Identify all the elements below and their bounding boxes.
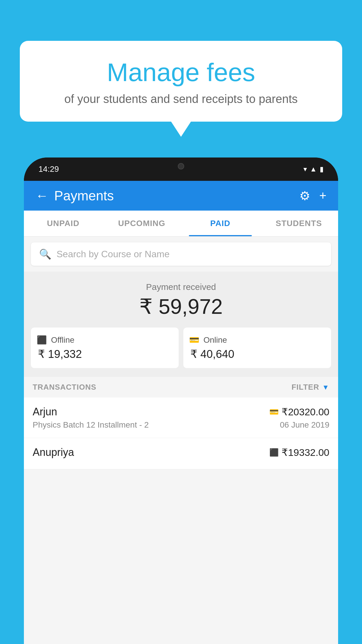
page-title: Payments [54, 188, 114, 204]
app-header: ← Payments ⚙ + [24, 181, 338, 211]
search-icon: 🔍 [39, 248, 51, 260]
transaction-name-1: Arjun [33, 406, 57, 418]
search-input[interactable]: Search by Course or Name [57, 249, 170, 260]
tab-upcoming[interactable]: UPCOMING [103, 211, 181, 236]
transaction-amount-1: 💳 ₹20320.00 [269, 406, 329, 418]
phone-notch [162, 158, 200, 175]
phone-screen: ← Payments ⚙ + UNPAID UPCOMING PAID STUD… [24, 181, 338, 644]
filter-button[interactable]: FILTER ▼ [291, 383, 329, 392]
battery-icon: ▮ [320, 165, 324, 173]
payment-type-icon-2: ⬛ [269, 448, 279, 457]
status-time: 14:29 [38, 164, 59, 174]
transaction-row[interactable]: Arjun 💳 ₹20320.00 Physics Batch 12 Insta… [24, 398, 338, 438]
transaction-top-2: Anupriya ⬛ ₹19332.00 [33, 446, 329, 459]
settings-icon[interactable]: ⚙ [299, 189, 310, 203]
payment-type-icon-1: 💳 [269, 407, 279, 416]
back-button[interactable]: ← [36, 189, 48, 202]
tab-students[interactable]: STUDENTS [260, 211, 338, 236]
search-bar[interactable]: 🔍 Search by Course or Name [31, 242, 331, 266]
offline-icon: ⬛ [37, 335, 47, 345]
camera [178, 163, 184, 169]
online-card: 💳 Online ₹ 40,640 [183, 328, 331, 368]
speech-bubble: Manage fees of your students and send re… [20, 41, 342, 122]
status-icons: ▾ ▲ ▮ [303, 165, 324, 173]
transaction-top-1: Arjun 💳 ₹20320.00 [33, 406, 329, 418]
wifi-icon: ▾ [303, 165, 307, 173]
transaction-name-2: Anupriya [33, 446, 74, 459]
tab-paid[interactable]: PAID [181, 211, 260, 236]
phone-status-bar: 14:29 ▾ ▲ ▮ [24, 158, 338, 181]
transaction-row[interactable]: Anupriya ⬛ ₹19332.00 [24, 438, 338, 469]
tab-unpaid[interactable]: UNPAID [24, 211, 103, 236]
offline-card-header: ⬛ Offline [37, 335, 173, 345]
offline-card: ⬛ Offline ₹ 19,332 [31, 328, 179, 368]
payment-cards: ⬛ Offline ₹ 19,332 💳 Online ₹ 40,640 [31, 328, 331, 368]
transaction-bottom-1: Physics Batch 12 Installment - 2 06 June… [33, 420, 329, 430]
bubble-subtitle: of your students and send receipts to pa… [34, 92, 328, 106]
transactions-header: TRANSACTIONS FILTER ▼ [24, 377, 338, 398]
filter-label: FILTER [291, 383, 319, 392]
add-icon[interactable]: + [319, 189, 326, 203]
signal-icon: ▲ [310, 165, 317, 173]
payment-received-section: Payment received ₹ 59,972 ⬛ Offline ₹ 19… [24, 272, 338, 377]
payment-total-amount: ₹ 59,972 [31, 294, 331, 319]
transaction-course-1: Physics Batch 12 Installment - 2 [33, 420, 149, 430]
transaction-amount-2: ⬛ ₹19332.00 [269, 447, 329, 458]
online-amount: ₹ 40,640 [189, 348, 325, 360]
header-right: ⚙ + [299, 189, 326, 203]
transaction-date-1: 06 June 2019 [280, 420, 329, 430]
header-left: ← Payments [36, 188, 114, 204]
payment-received-label: Payment received [31, 282, 331, 292]
bubble-title: Manage fees [34, 58, 328, 87]
offline-amount: ₹ 19,332 [37, 348, 173, 360]
filter-icon: ▼ [322, 383, 329, 391]
phone-frame: 14:29 ▾ ▲ ▮ ← Payments ⚙ + UNPAID [24, 158, 338, 644]
online-label: Online [203, 335, 227, 345]
offline-label: Offline [51, 335, 74, 345]
tab-bar: UNPAID UPCOMING PAID STUDENTS [24, 211, 338, 237]
online-icon: 💳 [189, 335, 199, 345]
transactions-label: TRANSACTIONS [33, 383, 96, 392]
online-card-header: 💳 Online [189, 335, 325, 345]
